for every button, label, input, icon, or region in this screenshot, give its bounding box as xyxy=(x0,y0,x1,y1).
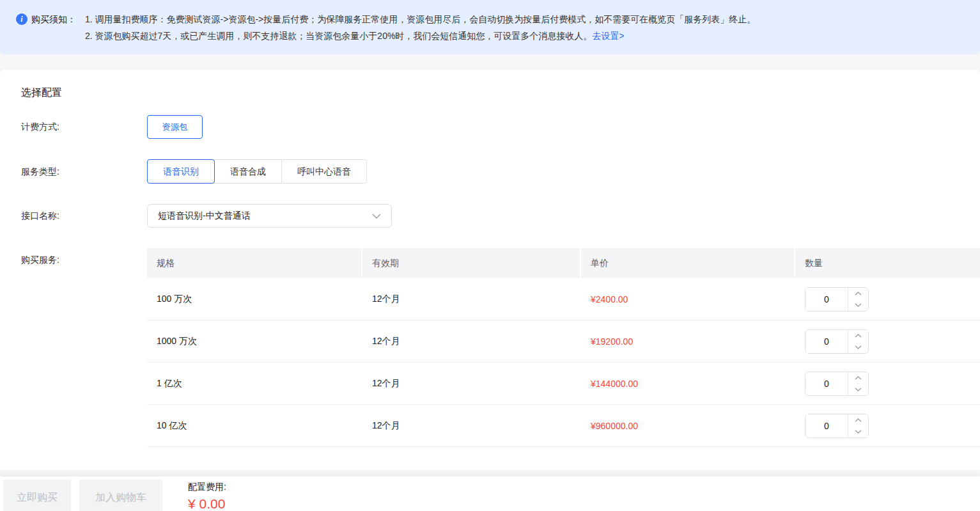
tab-speech-recognition[interactable]: 语音识别 xyxy=(147,159,215,184)
page-title: 选择配置 xyxy=(21,86,980,100)
buy-now-button[interactable]: 立即购买 xyxy=(3,480,71,511)
quantity-input[interactable] xyxy=(805,288,848,311)
purchase-service-label: 购买服务: xyxy=(21,248,147,272)
quantity-increase-button[interactable] xyxy=(848,372,868,384)
chevron-down-icon xyxy=(855,303,862,307)
service-table: 规格 有效期 单价 数量 100 万次 12个月 ¥2400.00 xyxy=(147,248,980,447)
chevron-down-icon xyxy=(372,214,381,219)
quantity-decrease-button[interactable] xyxy=(848,299,868,311)
chevron-up-icon xyxy=(855,418,862,422)
quantity-decrease-button[interactable] xyxy=(848,384,868,395)
chevron-up-icon xyxy=(855,334,862,338)
quantity-increase-button[interactable] xyxy=(848,288,868,299)
spec-cell: 10 亿次 xyxy=(147,405,361,446)
validity-cell: 12个月 xyxy=(362,278,580,320)
validity-cell: 12个月 xyxy=(362,320,580,362)
config-card: 选择配置 计费方式: 资源包 服务类型: 语音识别 语音合成 呼叫中心语音 接口… xyxy=(0,70,980,470)
service-type-tabs: 语音识别 语音合成 呼叫中心语音 xyxy=(147,159,367,184)
spec-cell: 1000 万次 xyxy=(147,320,361,362)
interface-select[interactable]: 短语音识别-中文普通话 xyxy=(147,204,392,228)
validity-cell: 12个月 xyxy=(362,405,580,446)
chevron-down-icon xyxy=(855,388,862,391)
header-validity: 有效期 xyxy=(362,248,580,278)
purchase-notice-banner: i 购买须知： 1. 调用量扣费顺序：免费测试资源->资源包->按量后付费；为保… xyxy=(0,0,980,54)
chevron-down-icon xyxy=(855,430,862,434)
header-spec: 规格 xyxy=(147,248,361,278)
quantity-stepper xyxy=(805,414,869,438)
add-to-cart-button[interactable]: 加入购物车 xyxy=(79,480,162,511)
interface-name-label: 接口名称: xyxy=(21,204,147,228)
chevron-down-icon xyxy=(855,345,862,349)
config-fee-block: 配置费用: ¥ 0.00 xyxy=(188,480,226,511)
quantity-stepper xyxy=(805,287,869,311)
table-row: 1 亿次 12个月 ¥144000.00 xyxy=(147,363,980,405)
quantity-cell xyxy=(795,405,980,446)
quantity-stepper xyxy=(805,372,869,396)
purchase-service-row: 购买服务: 规格 有效期 单价 数量 100 万次 12个月 ¥2400.00 xyxy=(21,248,980,447)
chevron-up-icon xyxy=(855,292,862,295)
notice-line-1: 1. 调用量扣费顺序：免费测试资源->资源包->按量后付费；为保障服务正常使用，… xyxy=(85,11,756,28)
table-row: 1000 万次 12个月 ¥19200.00 xyxy=(147,320,980,363)
quantity-input[interactable] xyxy=(805,372,848,395)
quantity-cell xyxy=(795,278,980,320)
service-type-row: 服务类型: 语音识别 语音合成 呼叫中心语音 xyxy=(21,159,980,184)
price-cell: ¥19200.00 xyxy=(581,320,794,362)
chevron-up-icon xyxy=(855,376,862,380)
config-fee-label: 配置费用: xyxy=(188,480,226,494)
service-type-label: 服务类型: xyxy=(21,159,147,184)
footer-action-bar: 立即购买 加入购物车 配置费用: ¥ 0.00 xyxy=(0,476,980,511)
notice-title: 购买须知： xyxy=(31,11,76,28)
quantity-increase-button[interactable] xyxy=(848,414,868,426)
header-unit-price: 单价 xyxy=(581,248,794,278)
spec-cell: 1 亿次 xyxy=(147,363,361,404)
price-cell: ¥144000.00 xyxy=(581,363,794,404)
table-header-row: 规格 有效期 单价 数量 xyxy=(147,248,980,278)
quantity-cell xyxy=(795,320,980,362)
info-icon: i xyxy=(16,13,27,25)
billing-method-row: 计费方式: 资源包 xyxy=(21,115,980,139)
tab-call-center-speech[interactable]: 呼叫中心语音 xyxy=(281,159,367,184)
config-fee-value: ¥ 0.00 xyxy=(188,495,226,511)
quantity-cell xyxy=(795,363,980,404)
tab-speech-synthesis[interactable]: 语音合成 xyxy=(214,159,282,184)
interface-select-value: 短语音识别-中文普通话 xyxy=(158,210,372,222)
quantity-decrease-button[interactable] xyxy=(848,342,868,353)
price-cell: ¥960000.00 xyxy=(581,405,794,446)
go-settings-link[interactable]: 去设置> xyxy=(592,31,624,41)
quantity-decrease-button[interactable] xyxy=(848,426,868,437)
header-quantity: 数量 xyxy=(795,248,980,278)
validity-cell: 12个月 xyxy=(362,363,580,404)
quantity-stepper xyxy=(805,329,869,354)
quantity-increase-button[interactable] xyxy=(848,330,868,342)
interface-name-row: 接口名称: 短语音识别-中文普通话 xyxy=(21,204,980,228)
notice-line-2: 2. 资源包购买超过7天，或已产生调用，则不支持退款；当资源包余量小于20%时，… xyxy=(85,28,756,44)
table-row: 10 亿次 12个月 ¥960000.00 xyxy=(147,405,980,447)
spec-cell: 100 万次 xyxy=(147,278,361,320)
table-row: 100 万次 12个月 ¥2400.00 xyxy=(147,278,980,320)
price-cell: ¥2400.00 xyxy=(581,278,794,320)
billing-method-label: 计费方式: xyxy=(21,115,147,139)
quantity-input[interactable] xyxy=(805,330,848,353)
quantity-input[interactable] xyxy=(805,414,848,437)
billing-option-resource-pack[interactable]: 资源包 xyxy=(147,115,203,139)
